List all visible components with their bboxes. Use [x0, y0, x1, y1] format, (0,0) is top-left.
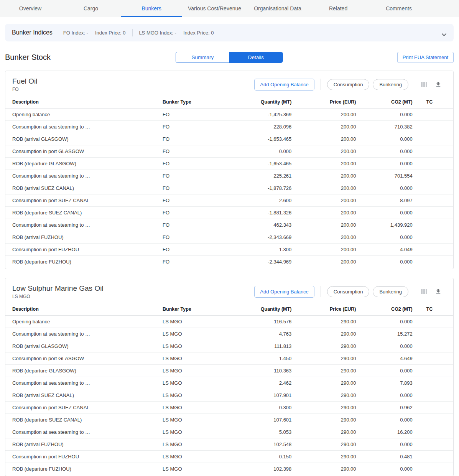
bunker-indices-title: Bunker Indices [12, 29, 53, 36]
table-row[interactable]: ROB (departure FUZHOU) LS MGO 102.398 29… [5, 463, 453, 475]
tab[interactable]: Bunkers [121, 0, 182, 17]
table-row[interactable]: ROB (arrival GLASGOW) FO -1,653.465 200.… [5, 133, 453, 145]
table-row[interactable]: Opening balance LS MGO 116.576 290.00 0.… [5, 316, 453, 328]
cell-tc [413, 316, 453, 328]
cell-description: Consumption in port FUZHOU [5, 244, 163, 256]
table-row[interactable]: ROB (arrival SUEZ CANAL) LS MGO 107.901 … [5, 389, 453, 402]
tab[interactable]: Related [308, 0, 369, 17]
tab-label: Bunkers [141, 5, 161, 12]
cell-description: Consumption at sea steaming to … [5, 219, 163, 231]
cell-price: 200.00 [291, 145, 356, 158]
cell-bunker-type: LS MGO [163, 414, 239, 426]
cell-bunker-type: LS MGO [163, 377, 239, 389]
col-header-co2: CO2 (MT) [356, 303, 413, 316]
cell-co2: 710.382 [356, 121, 413, 133]
tab[interactable]: Cargo [61, 0, 121, 17]
cell-co2: 1,439.920 [356, 219, 413, 231]
cell-price: 200.00 [291, 207, 356, 219]
cell-description: ROB (departure GLASGOW) [5, 158, 163, 170]
cell-description: ROB (arrival GLASGOW) [5, 133, 163, 145]
cell-description: Opening balance [5, 109, 163, 121]
bunker-indices-bar[interactable]: Bunker Indices FO Index: - Index Price: … [5, 24, 454, 41]
cell-co2: 0.481 [356, 451, 413, 463]
table-row[interactable]: Consumption in port FUZHOU FO 1.300 200.… [5, 244, 453, 256]
cell-tc [413, 244, 453, 256]
cell-description: Opening balance [5, 316, 163, 328]
table-row[interactable]: ROB (departure SUEZ CANAL) FO -1,881.326… [5, 207, 453, 219]
table-row[interactable]: Opening balance FO -1,425.369 200.00 0.0… [5, 109, 453, 121]
cell-price: 200.00 [291, 244, 356, 256]
bunkering-button[interactable]: Bunkering [373, 286, 408, 297]
table-row[interactable]: Consumption at sea steaming to … FO 225.… [5, 170, 453, 182]
add-opening-balance-button[interactable]: Add Opening Balance [254, 286, 314, 298]
cell-quantity: 5.053 [239, 426, 292, 438]
cell-bunker-type: FO [163, 194, 239, 207]
table-row[interactable]: Consumption in port SUEZ CANAL LS MGO 0.… [5, 402, 453, 414]
table-row[interactable]: ROB (departure GLASGOW) LS MGO 110.363 2… [5, 365, 453, 377]
cell-co2: 0.000 [356, 365, 413, 377]
table-row[interactable]: ROB (departure GLASGOW) FO -1,653.465 20… [5, 158, 453, 170]
cell-description: ROB (arrival SUEZ CANAL) [5, 182, 163, 194]
tab[interactable]: Various Cost/Revenue [182, 0, 247, 17]
cell-bunker-type: LS MGO [163, 438, 239, 451]
card-subtitle: LS MGO [12, 294, 104, 299]
consumption-button[interactable]: Consumption [327, 79, 370, 90]
bunkering-button[interactable]: Bunkering [373, 79, 408, 90]
col-header-price: Price (EUR) [291, 96, 356, 109]
tab[interactable]: Organisational Data [247, 0, 308, 17]
tab[interactable]: Comments [369, 0, 429, 17]
table-row[interactable]: Consumption at sea steaming to … FO 228.… [5, 121, 453, 133]
cell-description: ROB (arrival FUZHOU) [5, 438, 163, 451]
cell-quantity: 4.763 [239, 328, 292, 340]
table-row[interactable]: Consumption in port SUEZ CANAL FO 2.600 … [5, 194, 453, 207]
cell-price: 290.00 [291, 402, 356, 414]
table-row[interactable]: Consumption in port GLASGOW FO 0.000 200… [5, 145, 453, 158]
tab-label: Cargo [84, 5, 98, 12]
download-icon[interactable] [435, 81, 442, 88]
cell-quantity: 102.548 [239, 438, 292, 451]
cell-description: Consumption in port GLASGOW [5, 352, 163, 365]
details-toggle-button[interactable]: Details [229, 52, 283, 63]
print-eua-statement-button[interactable]: Print EUA Statement [397, 52, 454, 63]
cell-quantity: 116.576 [239, 316, 292, 328]
cell-co2: 0.000 [356, 109, 413, 121]
consumption-button[interactable]: Consumption [327, 286, 370, 297]
table-row[interactable]: ROB (arrival GLASGOW) LS MGO 111.813 290… [5, 340, 453, 352]
table-row[interactable]: Consumption at sea steaming to … LS MGO … [5, 328, 453, 340]
cell-tc [413, 170, 453, 182]
cell-price: 200.00 [291, 219, 356, 231]
cell-price: 290.00 [291, 414, 356, 426]
cell-tc [413, 463, 453, 475]
table-row[interactable]: Consumption at sea steaming to … LS MGO … [5, 426, 453, 438]
cell-tc [413, 158, 453, 170]
cell-quantity: 107.901 [239, 389, 292, 402]
table-row[interactable]: ROB (arrival SUEZ CANAL) FO -1,878.726 2… [5, 182, 453, 194]
tab[interactable]: Overview [0, 0, 61, 17]
cell-bunker-type: FO [163, 244, 239, 256]
download-icon[interactable] [435, 288, 442, 295]
summary-toggle-button[interactable]: Summary [176, 52, 229, 63]
table-row[interactable]: ROB (arrival FUZHOU) FO -2,343.669 200.0… [5, 231, 453, 244]
cell-price: 290.00 [291, 316, 356, 328]
add-opening-balance-button[interactable]: Add Opening Balance [254, 79, 314, 91]
cell-quantity: 110.363 [239, 365, 292, 377]
cell-tc [413, 121, 453, 133]
table-row[interactable]: Consumption at sea steaming to … FO 462.… [5, 219, 453, 231]
cell-tc [413, 328, 453, 340]
table-row[interactable]: ROB (arrival FUZHOU) LS MGO 102.548 290.… [5, 438, 453, 451]
cell-price: 290.00 [291, 340, 356, 352]
cell-co2: 15.272 [356, 328, 413, 340]
cell-quantity: -1,878.726 [239, 182, 292, 194]
table-row[interactable]: ROB (departure SUEZ CANAL) LS MGO 107.60… [5, 414, 453, 426]
columns-icon[interactable] [421, 289, 427, 294]
table-row[interactable]: Consumption in port FUZHOU LS MGO 0.150 … [5, 451, 453, 463]
columns-icon[interactable] [421, 82, 427, 87]
cell-quantity: 1.300 [239, 244, 292, 256]
chevron-down-icon[interactable] [441, 31, 447, 35]
table-header-row: Description Bunker Type Quantity (MT) Pr… [5, 303, 453, 316]
cell-bunker-type: FO [163, 133, 239, 145]
table-row[interactable]: Consumption at sea steaming to … LS MGO … [5, 377, 453, 389]
table-row[interactable]: ROB (departure FUZHOU) FO -2,344.969 200… [5, 256, 453, 268]
table-row[interactable]: Consumption in port GLASGOW LS MGO 1.450… [5, 352, 453, 365]
divider [321, 79, 321, 90]
